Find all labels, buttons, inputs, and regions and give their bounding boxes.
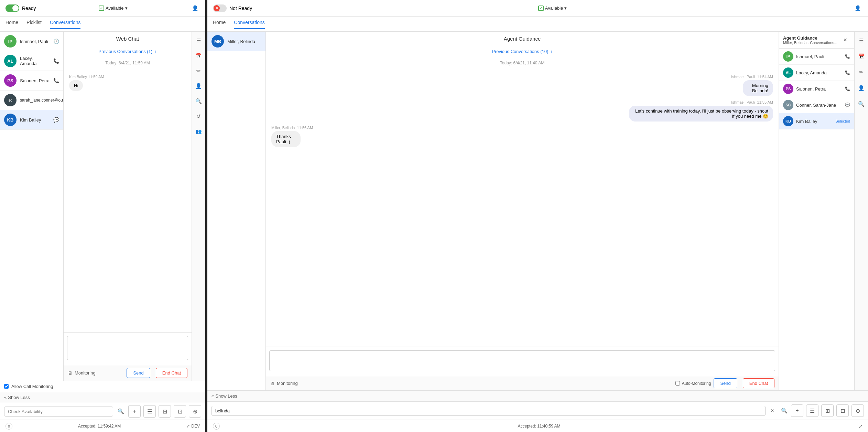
edit-icon-right[interactable]: ✏ [857,67,866,77]
dev-area: ⤢ DEV [186,424,200,429]
left-available-btn[interactable]: ✓ Available ▾ [99,6,128,11]
clear-icon[interactable]: ✕ [768,406,777,415]
list-icon-right[interactable]: ☰ [857,36,866,45]
search-icon[interactable]: 🔍 [116,407,126,416]
person3-icon[interactable]: 👤 [857,83,866,93]
tab-conversations-left[interactable]: Conversations [50,20,81,29]
auto-monitoring: Auto-Monitoring [675,381,711,386]
check-avail-input[interactable] [4,407,113,417]
agent-guidance-panel-title: Agent Guidance Miller, Belinda - Convers… [783,35,837,45]
auto-monitoring-checkbox[interactable] [675,381,680,386]
calendar-icon-right[interactable]: 📅 [857,52,866,61]
person-icon[interactable]: 👤 [190,3,200,13]
clock-icon: 🕐 [53,39,59,44]
chat-action-buttons: Send End Chat [127,368,187,378]
guidance-contact-al[interactable]: AL Lacey, Amanda 📞 [779,65,854,81]
agent-guidance-panel: Agent Guidance Miller, Belinda - Convers… [779,32,854,390]
grid3-icon[interactable]: ⊡ [174,405,186,418]
edit-icon[interactable]: ✏ [194,66,204,76]
not-ready-label: Not Ready [229,6,252,11]
grid4-icon[interactable]: ⊕ [189,405,201,418]
search-input-right[interactable] [211,406,766,416]
badge-right: 0 [213,423,220,430]
person-icon-right[interactable]: 👤 [853,3,862,13]
monitor-icon: 🖥 [68,370,73,376]
tab-conversations-right[interactable]: Conversations [234,20,265,29]
monitoring-label-left: 🖥 Monitoring [68,370,96,376]
text-input-area-left [64,332,192,365]
close-icon[interactable]: ✕ [840,35,850,45]
right-available-btn[interactable]: ✓ Available ▾ [538,6,567,11]
send-button-left[interactable]: Send [127,368,150,378]
contact-miller[interactable]: MB Miller, Belinda [207,32,265,51]
prev-conversations-right[interactable]: Previous Conversations (10) ↑ [266,46,779,57]
end-chat-button-left[interactable]: End Chat [156,368,187,378]
guidance-contact-ps[interactable]: PS Salonen, Petra 📞 [779,81,854,97]
grid2-icon-right[interactable]: ⊞ [821,404,834,417]
messages-area-left: Kim Bailey 11:59 AM Hi [64,69,192,332]
contact-ishmael[interactable]: IP Ishmael, Pauli 🕐 [0,32,63,51]
search3-icon[interactable]: 🔍 [857,99,866,109]
toggle-knob [12,5,19,11]
message-bubble-3: Thanks Pauli :) [271,131,301,147]
message-row-3: Miller, Belinda 11:56 AM Thanks Pauli :) [271,126,313,147]
arrow-up-icon: ↑ [154,49,157,54]
avatar-kb: KB [4,114,17,126]
left-status-toggle[interactable]: Ready [6,4,36,12]
message-meta-1: Ishmael, Pauli 11:54 AM [730,75,773,79]
search2-icon[interactable]: 🔍 [194,96,204,106]
grid4-icon-right[interactable]: ⊕ [851,404,864,417]
right-status-toggle[interactable]: ✕ Not Ready [213,4,252,12]
guidance-contact-kb[interactable]: KB Kim Bailey Selected [779,113,854,129]
phone-icon-g1: 📞 [845,54,850,59]
contact-lacey[interactable]: AL Lacey, Amanda 📞 [0,51,63,71]
expand-icon[interactable]: ⤢ [858,423,862,429]
add-icon[interactable]: + [128,405,141,418]
calendar-icon[interactable]: 📅 [194,51,204,61]
chat-title: Web Chat [64,32,192,46]
right-header: ✕ Not Ready ✓ Available ▾ 👤 [207,0,868,17]
contact-kim[interactable]: KB Kim Bailey 💬 [0,110,63,130]
tab-home-right[interactable]: Home [213,20,226,29]
send-button-right[interactable]: Send [714,378,737,388]
contact-sarah[interactable]: sc sarah_jane.conner@outlook.com 💬 [0,91,63,110]
tab-home-left[interactable]: Home [6,20,18,29]
left-header: Ready ✓ Available ▾ 👤 [0,0,205,17]
grid1-icon-right[interactable]: ☰ [806,404,818,417]
contact-name-sarah: sarah_jane.conner@outlook.com [20,98,64,103]
person2-icon[interactable]: 👤 [194,81,204,91]
chat-input-right[interactable] [269,350,775,371]
phone-icon-g2: 📞 [845,70,850,75]
contact-name-lacey: Lacey, Amanda [20,56,50,66]
guidance-contact-ip[interactable]: IP Ishmael, Pauli 📞 [779,49,854,65]
ready-toggle[interactable] [6,4,19,12]
grid2-icon[interactable]: ⊞ [159,405,171,418]
not-ready-toggle[interactable]: ✕ [213,4,227,12]
chevron-down-icon-right: ▾ [564,6,567,11]
grid1-icon[interactable]: ☰ [143,405,156,418]
not-ready-x: ✕ [214,5,220,11]
message-meta: Kim Bailey 11:59 AM [69,75,104,79]
avatar-mb: MB [211,35,224,48]
show-less-btn-right[interactable]: « Show Less [211,393,237,399]
move-icon: ⤢ [186,424,190,429]
list-icon[interactable]: ☰ [194,36,204,45]
call-monitoring-checkbox[interactable] [4,384,9,389]
message-row-1: Ishmael, Pauli 11:54 AM Morning Belinda! [730,75,773,96]
prev-conversations-left[interactable]: Previous Conversations (1) ↑ [64,46,192,57]
avatar-al-2: AL [783,67,793,78]
right-panel-body: MB Miller, Belinda Agent Guidance Previo… [207,32,868,390]
guidance-contact-sc[interactable]: SC Conner, Sarah-Jane 💬 [779,97,854,113]
add-icon-right[interactable]: + [791,404,803,417]
end-chat-button-right[interactable]: End Chat [743,378,774,388]
tab-picklist[interactable]: Picklist [26,20,42,29]
chat-input-left[interactable] [67,336,188,360]
contact-salonen[interactable]: PS Salonen, Petra 📞 [0,71,63,91]
add-person-icon[interactable]: 👥 [194,127,204,136]
left-contacts-sidebar: IP Ishmael, Pauli 🕐 AL Lacey, Amanda 📞 P… [0,32,64,381]
arrow-up-icon-right: ↑ [550,49,553,54]
refresh-icon[interactable]: ↺ [194,112,204,121]
search-icon-right[interactable]: 🔍 [779,406,789,415]
show-less-btn-left[interactable]: « Show Less [4,395,30,400]
grid3-icon-right[interactable]: ⊡ [836,404,849,417]
